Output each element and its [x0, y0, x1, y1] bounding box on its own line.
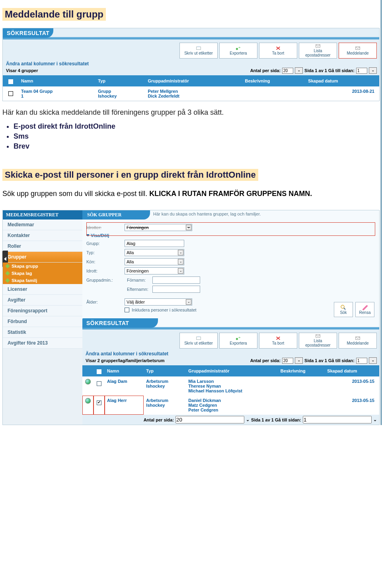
sidebar-sub-skapa-grupp[interactable]: Skapa grupp: [3, 263, 82, 270]
print-labels-button[interactable]: Skriv ut etiketter: [179, 43, 218, 59]
idrott-label: Idrott:: [86, 269, 125, 273]
per-page-dropdown[interactable]: ⌄: [295, 67, 303, 74]
col-desc[interactable]: Beskrivning: [243, 75, 306, 86]
main-header-desc: Här kan du skapa och hantera grupper, la…: [150, 210, 264, 220]
sidebar-item-avgifter-2013[interactable]: Avgifter före 2013: [3, 338, 82, 349]
per-page-dropdown[interactable]: ⌄: [246, 417, 249, 422]
col-desc[interactable]: Beskrivning: [278, 365, 325, 376]
goto-page-input[interactable]: [303, 416, 372, 423]
list-emails-button[interactable]: Lista epostadresser: [299, 43, 337, 59]
sidebar-item-licenser[interactable]: Licenser: [3, 284, 82, 295]
col-name[interactable]: Namn: [19, 75, 96, 86]
sidebar-item-forbund[interactable]: Förbund: [3, 316, 82, 327]
col-type[interactable]: Typ: [144, 365, 186, 376]
delete-button[interactable]: Ta bort: [259, 333, 297, 349]
result-panel-title: SÖKRESULTAT: [82, 318, 158, 328]
select-all-checkbox[interactable]: [8, 79, 13, 84]
col-admin[interactable]: Gruppadministratör: [186, 365, 278, 376]
grupp-input[interactable]: [125, 240, 184, 247]
row-name-link[interactable]: Alag Herr: [105, 396, 144, 415]
sidebar-item-medlemmar[interactable]: Medlemmar: [3, 220, 82, 230]
visa-dolj-toggle[interactable]: Visa/Dölj: [91, 233, 109, 238]
svg-point-2: [236, 48, 238, 50]
toolbar-bottom: Skriv ut etiketter Exportera Ta bort Lis…: [82, 329, 379, 351]
change-columns-link[interactable]: Ändra antal kolumner i sökresultatet: [3, 61, 379, 67]
clear-button[interactable]: Rensa: [355, 302, 374, 317]
sidebar-sub-skapa-lag[interactable]: Skapa lag: [3, 270, 82, 277]
mail-icon: [355, 336, 361, 341]
row-name-link[interactable]: Alag Dam: [105, 376, 144, 396]
per-page-label: Antal per sida:: [250, 358, 281, 363]
sidebar-item-roller[interactable]: Roller: [3, 241, 82, 252]
select-all-checkbox[interactable]: [97, 369, 101, 374]
print-labels-button[interactable]: Skriv ut etiketter: [179, 333, 218, 349]
toolbar-top: Skriv ut etiketter Exportera Ta bort Lis…: [3, 39, 379, 61]
per-page-input[interactable]: [175, 416, 244, 423]
list-item: Sms: [14, 132, 382, 141]
sidebar-item-foreningsrapport[interactable]: Föreningsrapport: [3, 306, 82, 316]
goto-page-dropdown[interactable]: ⌄: [369, 67, 377, 74]
idrotter-label: Idrotter:: [86, 225, 125, 230]
main-header-tab: SÖK GRUPPER: [82, 210, 150, 220]
per-page-dropdown[interactable]: ⌄: [295, 357, 303, 364]
goto-page-input[interactable]: [356, 358, 367, 364]
col-date[interactable]: Skapad datum: [306, 75, 379, 86]
svg-rect-1: [197, 46, 199, 47]
sidebar: MEDLEMSREGISTRET Medlemmar Kontakter Rol…: [3, 210, 82, 425]
typ-select[interactable]: Alla⌄: [125, 249, 184, 256]
list-item: Brev: [14, 142, 382, 151]
row-checkbox[interactable]: [97, 381, 101, 386]
mail-list-icon: [315, 44, 321, 48]
fornamn-label: Förnamn:: [125, 278, 152, 282]
kon-select[interactable]: Alla⌄: [125, 258, 184, 265]
print-icon: [196, 336, 201, 341]
alder-select[interactable]: Välj ålder⌄: [125, 298, 192, 306]
inkludera-checkbox[interactable]: Inkludera personer i sökresultatet: [125, 308, 197, 312]
col-date[interactable]: Skapad datum: [325, 365, 379, 376]
results-table-bottom: Namn Typ Gruppadministratör Beskrivning …: [82, 365, 379, 415]
list-emails-button[interactable]: Lista epostadresser: [299, 333, 337, 349]
row-checkbox[interactable]: [97, 400, 101, 405]
idrott-select[interactable]: Föreningen⌄: [125, 267, 184, 274]
change-columns-link[interactable]: Ändra antal kolumner i sökresultatet: [82, 351, 379, 357]
goto-page-input[interactable]: [356, 68, 367, 74]
sidebar-item-avgifter[interactable]: Avgifter: [3, 295, 82, 306]
col-admin[interactable]: Gruppadministratör: [145, 75, 242, 86]
fornamn-input[interactable]: [152, 276, 200, 284]
results-table-top: Namn Typ Gruppadministratör Beskrivning …: [3, 75, 379, 101]
delete-button[interactable]: Ta bort: [259, 43, 297, 59]
sidebar-item-grupper[interactable]: Grupper: [3, 252, 82, 263]
export-button[interactable]: Exportera: [219, 43, 257, 59]
sidebar-header: MEDLEMSREGISTRET: [3, 210, 82, 220]
export-button[interactable]: Exportera: [219, 333, 257, 349]
svg-rect-8: [197, 336, 199, 337]
result-count: Visar 4 grupper: [6, 68, 38, 73]
globe-icon: [85, 379, 91, 384]
goto-page-dropdown[interactable]: ⌄: [373, 417, 377, 422]
col-type[interactable]: Typ: [96, 75, 145, 86]
per-page-label: Antal per sida:: [250, 68, 281, 73]
table-row: Alag Dam ArbetsrumIshockey Mia LarssonTh…: [82, 376, 379, 396]
delete-icon: [275, 336, 281, 341]
sidebar-item-statistik[interactable]: Statistik: [3, 327, 82, 338]
row-name-link[interactable]: Team 04 Grupp1: [19, 86, 96, 101]
instruction-text: Sök upp gruppen som du vill skicka e-pos…: [2, 190, 380, 198]
page-info: Sida 1 av 1 Gå till sidan:: [304, 358, 355, 363]
row-checkbox[interactable]: [8, 91, 13, 96]
heading-meddelande: Meddelande till grupp: [2, 8, 106, 21]
mail-icon: [355, 46, 361, 51]
message-button[interactable]: Meddelande: [339, 333, 377, 349]
idrotter-select[interactable]: Föreningen⌄: [125, 224, 192, 231]
search-button[interactable]: Sök: [334, 302, 353, 317]
eraser-icon: [362, 305, 368, 310]
goto-page-dropdown[interactable]: ⌄: [369, 357, 377, 364]
efternamn-input[interactable]: [152, 286, 200, 293]
main-area: SÖK GRUPPER Här kan du skapa och hantera…: [82, 210, 379, 425]
per-page-input[interactable]: [282, 358, 293, 364]
sidebar-sub-skapa-familj[interactable]: Skapa familj: [3, 277, 82, 284]
message-button[interactable]: Meddelande: [339, 43, 377, 59]
sidebar-item-kontakter[interactable]: Kontakter: [3, 230, 82, 241]
col-name[interactable]: Namn: [105, 365, 144, 376]
panel-sokresultat-top: SÖKRESULTAT Skriv ut etiketter Exportera…: [2, 28, 380, 101]
per-page-input[interactable]: [282, 68, 293, 74]
